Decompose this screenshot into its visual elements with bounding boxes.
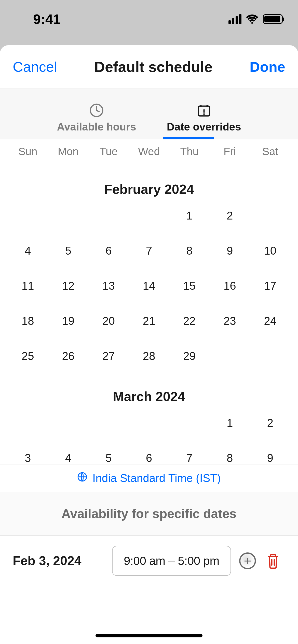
calendar-day[interactable]: 2 (210, 207, 250, 224)
month-grid: 1234567891011121314151617181920212223242… (0, 207, 298, 365)
calendar-day[interactable]: 6 (88, 242, 129, 259)
calendar-day[interactable]: 5 (48, 242, 89, 259)
weekday: Sun (8, 145, 48, 158)
page-title: Default schedule (94, 58, 212, 75)
calendar-day[interactable]: 8 (169, 242, 210, 259)
battery-icon (263, 14, 283, 24)
calendar-day[interactable]: 28 (129, 347, 169, 365)
calendar-day[interactable]: 1 (169, 207, 210, 224)
status-bar: 9:41 (0, 0, 298, 38)
calendar-day[interactable]: 27 (88, 347, 129, 365)
timezone-button[interactable]: India Standard Time (IST) (0, 464, 298, 492)
done-button[interactable]: Done (250, 58, 285, 75)
weekday: Mon (48, 145, 89, 158)
weekday: Fri (210, 145, 250, 158)
calendar-day[interactable]: 13 (88, 277, 129, 295)
tab-label: Available hours (57, 121, 136, 133)
calendar-scroll[interactable]: February 2024123456789101112131415161718… (0, 164, 298, 464)
calendar-day[interactable]: 26 (48, 347, 89, 365)
calendar-day[interactable]: 7 (129, 242, 169, 259)
calendar-day[interactable]: 25 (8, 347, 48, 365)
calendar-day[interactable]: 15 (169, 277, 210, 295)
weekday-header: Sun Mon Tue Wed Thu Fri Sat (0, 139, 298, 164)
calendar-day[interactable]: 8 (210, 449, 250, 464)
timezone-label: India Standard Time (IST) (92, 472, 221, 485)
calendar-day[interactable]: 29 (169, 347, 210, 365)
home-indicator (96, 634, 202, 637)
weekday: Tue (88, 145, 129, 158)
calendar-day[interactable]: 10 (250, 242, 290, 259)
calendar-day[interactable]: 7 (169, 449, 210, 464)
calendar-day[interactable]: 23 (210, 312, 250, 330)
month-grid: 123456789 (0, 414, 298, 464)
weekday: Sat (250, 145, 290, 158)
month-title: February 2024 (0, 182, 298, 197)
weekday: Wed (129, 145, 169, 158)
calendar-day[interactable]: 9 (210, 242, 250, 259)
month-title: March 2024 (0, 389, 298, 404)
cancel-button[interactable]: Cancel (13, 58, 57, 75)
calendar-day[interactable]: 9 (250, 449, 290, 464)
calendar-day[interactable]: 2 (250, 414, 290, 432)
calendar-day[interactable]: 24 (250, 312, 290, 330)
calendar-day[interactable]: 18 (8, 312, 48, 330)
calendar-day[interactable]: 4 (48, 449, 89, 464)
status-icons (228, 14, 283, 24)
calendar-day[interactable]: 3 (8, 449, 48, 464)
section-header: Availability for specific dates (0, 492, 298, 536)
calendar-day[interactable]: 20 (88, 312, 129, 330)
weekday: Thu (169, 145, 210, 158)
tab-available-hours[interactable]: Available hours (57, 103, 136, 139)
calendar-day[interactable]: 21 (129, 312, 169, 330)
cellular-icon (228, 14, 241, 24)
time-range-button[interactable]: 9:00 am – 5:00 pm (112, 546, 231, 576)
svg-point-2 (203, 113, 205, 115)
plus-circle-icon: + (239, 552, 256, 569)
tab-indicator (163, 137, 214, 139)
override-date: Feb 3, 2024 (13, 553, 104, 568)
delete-button[interactable] (264, 552, 282, 570)
calendar-day[interactable]: 11 (8, 277, 48, 295)
tabs: Available hours Date overrides (0, 89, 298, 139)
calendar-day[interactable]: 1 (210, 414, 250, 432)
sheet-header: Cancel Default schedule Done (0, 45, 298, 89)
clock-icon (89, 103, 104, 118)
calendar-day[interactable]: 16 (210, 277, 250, 295)
modal-sheet: Cancel Default schedule Done Available h… (0, 45, 298, 644)
status-time: 9:41 (33, 11, 61, 27)
trash-icon (266, 553, 280, 569)
tab-date-overrides[interactable]: Date overrides (167, 103, 241, 139)
globe-icon (77, 472, 87, 485)
calendar-day[interactable]: 19 (48, 312, 89, 330)
calendar-day[interactable]: 14 (129, 277, 169, 295)
override-row: Feb 3, 2024 9:00 am – 5:00 pm + (0, 536, 298, 586)
calendar-day[interactable]: 12 (48, 277, 89, 295)
calendar-day[interactable]: 3 (250, 207, 290, 224)
wifi-icon (246, 14, 258, 24)
add-interval-button[interactable]: + (239, 552, 256, 570)
calendar-day[interactable]: 4 (8, 242, 48, 259)
tab-label: Date overrides (167, 121, 241, 133)
calendar-day[interactable]: 17 (250, 277, 290, 295)
calendar-day[interactable]: 5 (88, 449, 129, 464)
calendar-day[interactable]: 22 (169, 312, 210, 330)
calendar-day[interactable]: 6 (129, 449, 169, 464)
calendar-alert-icon (197, 103, 211, 118)
